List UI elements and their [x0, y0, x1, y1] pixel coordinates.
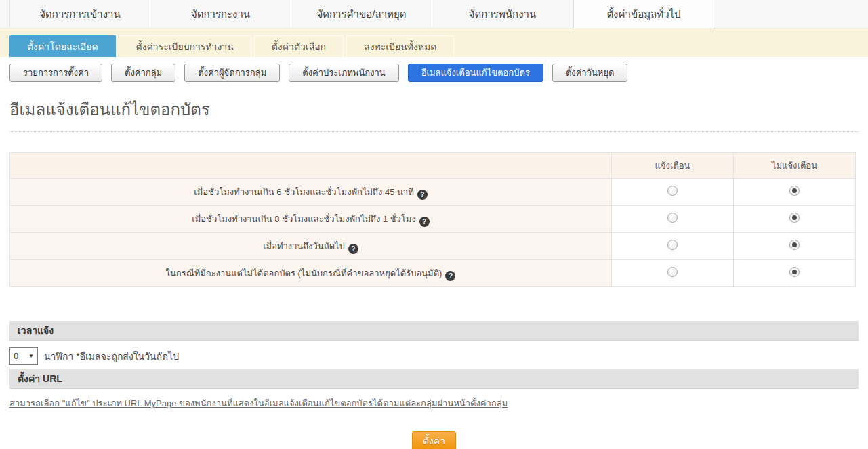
table-row: เมื่อทำงานถึงวันถัดไป? — [10, 233, 856, 260]
tab-shift-management[interactable]: จัดการกะงาน — [150, 0, 291, 28]
tab-request-leave-management[interactable]: จัดการคำขอ/ลาหยุด — [291, 0, 432, 28]
table-header-row: แจ้งเตือน ไม่แจ้งเตือน — [10, 153, 856, 179]
notification-settings-table: แจ้งเตือน ไม่แจ้งเตือน เมื่อชั่วโมงทำงาน… — [9, 152, 856, 287]
subtab-work-rules-settings[interactable]: ตั้งค่าระเบียบการทำงาน — [119, 35, 251, 57]
group-manager-settings-button[interactable]: ตั้งค่าผู้จัดการกลุ่ม — [184, 64, 280, 82]
notify-radio[interactable] — [667, 240, 678, 250]
table-row: เมื่อชั่วโมงทำงานเกิน 8 ชั่วโมงและชั่วโม… — [10, 206, 856, 233]
main-nav: จัดการการเข้างาน จัดการกะงาน จัดการคำขอ/… — [0, 0, 868, 28]
no-notify-radio[interactable] — [789, 267, 800, 277]
no-notify-radio[interactable] — [789, 186, 800, 196]
subtab-option-settings[interactable]: ตั้งค่าตัวเลือก — [254, 35, 344, 57]
group-settings-button[interactable]: ตั้งค่ากลุ่ม — [111, 64, 175, 82]
tab-label: จัดการการเข้างาน — [39, 6, 120, 22]
help-icon[interactable]: ? — [348, 244, 358, 254]
notify-hour-value: 0 — [14, 351, 18, 361]
no-notify-column-header: ไม่แจ้งเตือน — [734, 153, 856, 179]
page-title: อีเมลแจ้งเตือนแก้ไขตอกบัตร — [9, 96, 868, 123]
settings-list-button[interactable]: รายการการตั้งค่า — [9, 64, 102, 82]
row-label: เมื่อทำงานถึงวันถัดไป — [263, 241, 345, 251]
group-settings-link[interactable]: สามารถเลือก "แก้ไข" ประเภท URL MyPage ขอ… — [9, 398, 508, 408]
notify-radio[interactable] — [667, 267, 678, 277]
notify-radio[interactable] — [667, 213, 678, 223]
tab-label: จัดการคำขอ/ลาหยุด — [316, 6, 406, 22]
notify-column-header: แจ้งเตือน — [612, 153, 734, 179]
title-divider — [9, 131, 859, 132]
notify-time-row: 0 ▼ นาฬิกา *อีเมลจะถูกส่งในวันถัดไป — [9, 347, 859, 365]
sub-nav: ตั้งค่าโดยละเอียด ตั้งค่าระเบียบการทำงาน… — [0, 28, 868, 57]
tab-attendance-management[interactable]: จัดการการเข้างาน — [9, 0, 150, 28]
subtab-label: ลงทะเบียนทั้งหมด — [364, 41, 436, 52]
row-label: เมื่อชั่วโมงทำงานเกิน 6 ชั่วโมงและชั่วโม… — [194, 187, 413, 197]
url-section-header: ตั้งค่า URL — [9, 369, 859, 389]
row-label: เมื่อชั่วโมงทำงานเกิน 8 ชั่วโมงและชั่วโม… — [192, 214, 416, 224]
subtab-register-all[interactable]: ลงทะเบียนทั้งหมด — [346, 35, 454, 57]
notify-radio[interactable] — [667, 186, 678, 196]
url-link-row: สามารถเลือก "แก้ไข" ประเภท URL MyPage ขอ… — [9, 396, 868, 410]
subtab-detailed-settings[interactable]: ตั้งค่าโดยละเอียด — [9, 35, 116, 57]
no-notify-radio[interactable] — [789, 240, 800, 250]
punch-edit-email-alert-button[interactable]: อีเมลแจ้งเตือนแก้ไขตอกบัตร — [408, 64, 543, 82]
row-label: ในกรณีที่มีกะงานแต่ไม่ได้ตอกบัตร (ไม่นับ… — [166, 268, 442, 278]
set-button[interactable]: ตั้งค่า — [412, 431, 456, 449]
employee-type-settings-button[interactable]: ตั้งค่าประเภทพนักงาน — [289, 64, 398, 82]
tab-label: จัดการพนักงาน — [469, 6, 536, 22]
table-row: เมื่อชั่วโมงทำงานเกิน 6 ชั่วโมงและชั่วโม… — [10, 179, 856, 206]
no-notify-radio[interactable] — [789, 213, 800, 223]
subtab-label: ตั้งค่าระเบียบการทำงาน — [136, 41, 234, 52]
subtab-label: ตั้งค่าโดยละเอียด — [27, 41, 98, 52]
empty-header-cell — [10, 153, 612, 179]
chevron-down-icon: ▼ — [28, 353, 34, 359]
subtab-label: ตั้งค่าตัวเลือก — [272, 41, 326, 52]
settings-button-row: รายการการตั้งค่า ตั้งค่ากลุ่ม ตั้งค่าผู้… — [9, 64, 868, 82]
notify-time-section-header: เวลาแจ้ง — [9, 321, 859, 341]
help-icon[interactable]: ? — [417, 190, 428, 200]
tab-label: ตั้งค่าข้อมูลทั่วไป — [606, 6, 680, 22]
submit-row: ตั้งค่า — [0, 431, 868, 449]
tab-label: จัดการกะงาน — [191, 6, 250, 22]
notify-hour-suffix: นาฬิกา *อีเมลจะถูกส่งในวันถัดไป — [44, 349, 179, 364]
holiday-settings-button[interactable]: ตั้งค่าวันหยุด — [552, 64, 628, 82]
help-icon[interactable]: ? — [445, 271, 455, 281]
tab-general-settings[interactable]: ตั้งค่าข้อมูลทั่วไป — [573, 0, 714, 28]
notify-hour-select[interactable]: 0 ▼ — [9, 347, 38, 365]
help-icon[interactable]: ? — [419, 217, 430, 227]
table-row: ในกรณีที่มีกะงานแต่ไม่ได้ตอกบัตร (ไม่นับ… — [10, 260, 856, 287]
tab-employee-management[interactable]: จัดการพนักงาน — [432, 0, 573, 28]
